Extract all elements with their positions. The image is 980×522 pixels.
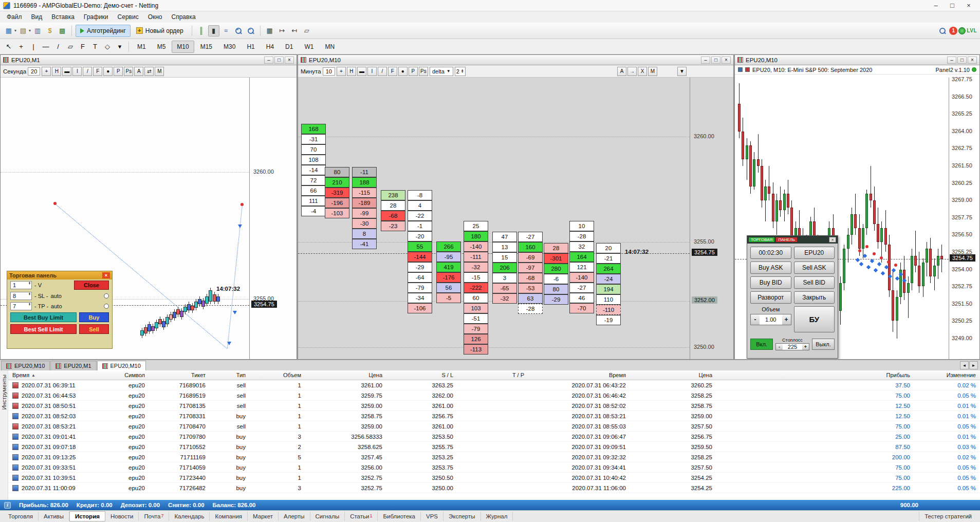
chart-window-titlebar[interactable]: EPU20,M10 – □ × — [735, 55, 979, 65]
window-close-button[interactable]: × — [960, 2, 977, 9]
tab-articles[interactable]: Статьи1 — [345, 512, 378, 521]
vertical-line-icon[interactable]: | — [28, 41, 39, 52]
window-minimize-button[interactable]: – — [928, 2, 944, 9]
chart-window-epu20-m10-candles[interactable]: EPU20,M10 – □ × EPU20, M10: E-Mini S&P 5… — [734, 54, 980, 360]
text-icon[interactable]: T — [89, 41, 101, 52]
chart-mode-icon-1[interactable]: → — [627, 67, 637, 76]
buy-bid-button[interactable]: Buy BID — [750, 276, 791, 289]
column-header-10[interactable]: Прибыль — [716, 370, 914, 380]
volume-input[interactable]: 1 ▲▼ — [10, 281, 32, 289]
tab-journal[interactable]: Журнал — [481, 512, 513, 521]
plus-button[interactable]: + — [802, 344, 809, 350]
market-watch-icon[interactable]: $ — [44, 25, 56, 36]
navigator-icon[interactable]: ▩ — [57, 25, 68, 36]
close-icon[interactable]: × — [829, 237, 836, 243]
new-order-button[interactable]: + Новый ордер — [132, 25, 188, 37]
table-row[interactable]: 2020.07.31 06:39:11epu2071689016sell1326… — [8, 380, 980, 390]
timeframe-mn[interactable]: MN — [320, 41, 340, 53]
chart-tool-icon-4[interactable]: / — [83, 67, 92, 76]
fibonacci-icon[interactable]: F — [77, 41, 88, 52]
table-row[interactable]: 2020.07.31 08:50:51epu2071708135sell1325… — [8, 401, 980, 411]
chart-window-titlebar[interactable]: EPU20,M1 – □ × — [1, 55, 297, 65]
dropdown-arrow-icon[interactable]: ▾ — [14, 28, 16, 33]
cascade-windows-icon[interactable]: ▱ — [301, 25, 312, 36]
menu-insert[interactable]: Вставка — [47, 12, 79, 22]
shapes-icon[interactable]: ◇ — [102, 41, 113, 52]
horizontal-line-icon[interactable]: — — [40, 41, 51, 52]
menu-charts[interactable]: Графики — [79, 12, 113, 22]
algo-trading-button[interactable]: Алготрейдинг — [76, 25, 131, 37]
reverse-button[interactable]: Разворот — [750, 291, 791, 304]
stoploss-on-button[interactable]: Вкл. — [750, 339, 773, 350]
period-value[interactable]: 10 — [323, 67, 335, 76]
chart-tool-icon-7[interactable]: P — [409, 67, 418, 76]
chart-tool-icon-6[interactable]: ● — [103, 67, 113, 76]
dropdown-arrow-icon[interactable]: ▾ — [29, 28, 31, 33]
profiles-icon[interactable]: ▤ — [17, 25, 29, 36]
stoploss-off-button[interactable]: Выкл. — [812, 339, 835, 350]
table-row[interactable]: 2020.07.31 09:13:25epu2071711169buy53257… — [8, 452, 980, 462]
tab-experts[interactable]: Эксперты — [443, 512, 480, 521]
volume-stepper[interactable]: - 1.00 + — [750, 314, 791, 325]
timeframe-m1[interactable]: M1 — [132, 41, 151, 53]
search-icon[interactable] — [937, 25, 948, 36]
new-chart-icon[interactable]: ▦ — [3, 25, 14, 36]
sell-bid-button[interactable]: Sell BID — [794, 276, 835, 289]
chart-tool-icon-1[interactable]: H — [347, 67, 356, 76]
zoom-in-icon[interactable]: + — [233, 25, 244, 36]
mode-value-stepper[interactable]: 2 ▲▼ — [455, 67, 466, 76]
plus-button[interactable]: + — [782, 314, 791, 325]
timeframe-d1[interactable]: D1 — [280, 41, 298, 53]
chart-tab-1[interactable]: EPU20,M10 — [1, 361, 50, 370]
chart-tool-icon-0[interactable]: + — [337, 67, 346, 76]
table-row[interactable]: 2020.07.31 08:52:03epu2071708331buy13258… — [8, 411, 980, 421]
breakeven-button[interactable]: БУ — [794, 306, 835, 332]
timeframe-m5[interactable]: M5 — [152, 41, 171, 53]
layout-icon[interactable]: ▥ — [32, 25, 43, 36]
connection-status-icon[interactable] — [958, 27, 966, 34]
timeframe-h4[interactable]: H4 — [261, 41, 279, 53]
tab-market[interactable]: Маркет — [248, 512, 279, 521]
tab-scroll-right-icon[interactable]: ► — [969, 361, 978, 369]
table-row[interactable]: 2020.07.31 08:53:21epu2071708470sell1325… — [8, 421, 980, 432]
timeframe-w1[interactable]: W1 — [299, 41, 319, 53]
tab-calendar[interactable]: Календарь — [169, 512, 210, 521]
close-position-button[interactable]: Close — [74, 281, 109, 290]
chart-tool-icon-4[interactable]: / — [378, 67, 387, 76]
tile-windows-icon[interactable]: ▦ — [264, 25, 275, 36]
best-buy-limit-button[interactable]: Best Buy Limit — [10, 312, 77, 322]
column-header-7[interactable]: T / P — [457, 370, 528, 380]
chart-mode-icon-3[interactable]: M — [648, 67, 657, 76]
column-header-2[interactable]: Тикет — [149, 370, 210, 380]
line-chart-icon[interactable]: ≈ — [220, 25, 232, 36]
column-header-4[interactable]: Объем — [250, 370, 305, 380]
minimize-icon[interactable]: – — [701, 57, 710, 64]
tab-signals[interactable]: Сигналы — [310, 512, 345, 521]
tab-scroll-left-icon[interactable]: ◄ — [960, 361, 969, 369]
menu-view[interactable]: Вид — [27, 12, 47, 22]
maximize-icon[interactable]: □ — [957, 57, 967, 64]
tab-mail[interactable]: Почта7 — [139, 512, 169, 521]
sell-button[interactable]: Sell — [79, 324, 109, 334]
chart-tab-2[interactable]: EPU20,M1 — [50, 361, 96, 370]
chart-tool-icon-1[interactable]: H — [52, 67, 61, 76]
best-sell-limit-button[interactable]: Best Sell Limit — [10, 324, 77, 334]
trading-panel-titlebar[interactable]: Торговая панель × — [7, 271, 112, 279]
table-row[interactable]: 2020.07.31 10:39:51epu2071723440buy13252… — [8, 473, 980, 483]
tab-news[interactable]: Новости — [105, 512, 139, 521]
maximize-icon[interactable]: □ — [711, 57, 720, 64]
tab-company[interactable]: Компания — [210, 512, 248, 521]
chart-tool-icon-8[interactable]: Ps — [419, 67, 428, 76]
table-row[interactable]: 2020.07.31 06:44:53epu2071689519sell1325… — [8, 390, 980, 401]
minimize-icon[interactable]: – — [947, 57, 956, 64]
close-icon[interactable]: × — [285, 57, 294, 64]
chart-tool-icon-8[interactable]: Ps — [124, 67, 133, 76]
tp-auto-radio[interactable] — [104, 304, 109, 309]
chart-window-epu20-m1[interactable]: EPU20,M1 – □ × Секунда 20 +H▬I/F●PPsA⇄M … — [0, 54, 297, 360]
chart-window-titlebar[interactable]: EPU20,M10 – □ × — [298, 55, 733, 65]
notification-badge[interactable]: 1 — [949, 27, 957, 35]
minus-button[interactable]: - — [776, 344, 783, 350]
bar-chart-icon[interactable]: ║ — [196, 25, 207, 36]
buy-ask-button[interactable]: Buy ASK — [750, 262, 791, 274]
auto-scroll-icon[interactable]: ↦ — [276, 25, 288, 36]
